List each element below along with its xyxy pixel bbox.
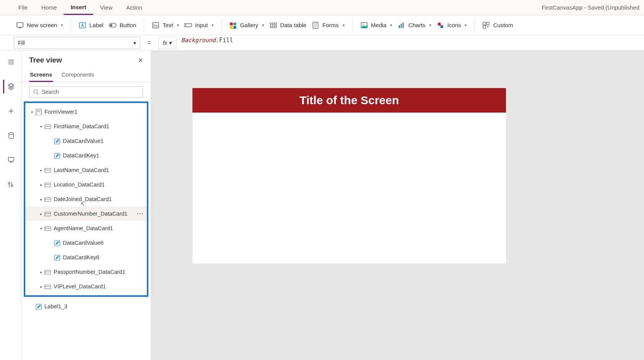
label-button[interactable]: Label (79, 21, 104, 29)
tree-node-datejoined-datacard[interactable]: ▸ DateJoined_DataCard1 ↖ (25, 192, 147, 206)
icons-label: Icons (447, 22, 461, 28)
chevron-down-icon: ▾ (133, 40, 136, 46)
data-table-button[interactable]: Data table (269, 21, 306, 29)
caret-down-icon: ▾ (38, 226, 44, 231)
tree-node-agentname-datacard[interactable]: ▾ AgentName_DataCard1 (25, 221, 147, 236)
tree-node-lastname-datacard[interactable]: ▸ LastName_DataCard1 (25, 163, 147, 177)
tree-node-datacardvalue1[interactable]: DataCardValue1 (25, 134, 147, 148)
rail-hamburger[interactable] (3, 55, 18, 69)
equals-sign: = (140, 39, 158, 47)
edit-icon (53, 152, 61, 159)
forms-button[interactable]: Forms ▾ (312, 21, 345, 29)
rail-insert[interactable] (3, 104, 18, 118)
tab-components[interactable]: Components (61, 69, 95, 82)
new-screen-label: New screen (27, 22, 57, 28)
tab-screens[interactable]: Screens (29, 69, 53, 82)
label-text: Label (89, 22, 104, 28)
text-label: Text (163, 22, 173, 28)
gallery-icon (229, 21, 237, 29)
edit-icon (53, 239, 61, 246)
menu-view[interactable]: View (93, 0, 119, 15)
data-table-icon (269, 21, 277, 29)
ribbon-divider (221, 18, 222, 32)
menu-insert[interactable]: Insert (64, 0, 93, 15)
search-icon (33, 88, 39, 95)
menu-home[interactable]: Home (34, 0, 64, 15)
tree-node-firstname-datacard[interactable]: ▾ FirstName_DataCard1 (25, 119, 147, 134)
rail-tree-view[interactable] (3, 80, 18, 93)
card-icon (44, 123, 51, 130)
rail-advanced[interactable] (3, 178, 18, 191)
gallery-label: Gallery (240, 22, 258, 28)
input-button[interactable]: Input ▾ (184, 21, 214, 29)
card-icon (44, 167, 51, 173)
caret-right-icon: ▸ (38, 270, 44, 274)
ribbon-divider (474, 18, 475, 32)
chevron-down-icon: ▾ (262, 23, 264, 27)
app-title: FirstCanvasApp - Saved (Unpublished (542, 4, 641, 11)
tree-node-datacardkey1[interactable]: DataCardKey1 (25, 148, 147, 163)
node-label: Label1_3 (44, 303, 67, 309)
node-label: LastName_DataCard1 (54, 167, 109, 173)
text-icon (152, 21, 159, 29)
tree-node-datacardvalue6[interactable]: DataCardValue6 (25, 236, 147, 250)
formula-input[interactable]: Background.Fill (177, 37, 644, 49)
ribbon-divider (71, 18, 71, 32)
search-input[interactable]: Search (29, 86, 143, 98)
search-placeholder: Search (42, 89, 59, 95)
tree-node-formviewer1[interactable]: ▾ FormViewer1 (25, 105, 147, 119)
rail-media[interactable] (3, 153, 18, 167)
tree-body: ▾ FormViewer1 ▾ FirstName_DataCard1 Data… (21, 101, 151, 360)
icons-button[interactable]: Icons ▾ (437, 21, 467, 29)
screen-title-bar[interactable]: Title of the Screen (192, 88, 506, 113)
insert-ribbon: New screen ▾ Label Button Text ▾ Input ▾ (0, 15, 644, 35)
gallery-button[interactable]: Gallery ▾ (229, 21, 264, 29)
forms-label: Forms (322, 22, 339, 28)
tree-view-panel: Tree view ✕ Screens Components Search ▾ … (21, 51, 151, 360)
custom-label: Custom (493, 22, 513, 28)
caret-right-icon: ▸ (38, 197, 44, 201)
tree-node-location-datacard[interactable]: ▸ Location_DataCard1 (25, 177, 147, 192)
charts-button[interactable]: Charts ▾ (398, 21, 431, 29)
fx-button[interactable]: fx ▾ (158, 37, 177, 49)
more-icon[interactable]: ··· (137, 211, 144, 217)
custom-icon (482, 21, 490, 29)
tree-node-datacardkey6[interactable]: DataCardKey6 (25, 250, 147, 265)
card-icon (44, 268, 51, 275)
node-label: AgentName_DataCard1 (54, 225, 113, 231)
menu-file[interactable]: File (12, 0, 34, 15)
screen-surface[interactable]: Title of the Screen (192, 88, 506, 263)
caret-down-icon: ▾ (38, 124, 44, 129)
chevron-down-icon: ▾ (169, 39, 172, 46)
tree-node-customernumber-datacard[interactable]: ▸ CustomerNumber_DataCard1 ··· (25, 206, 147, 221)
menu-action[interactable]: Action (119, 0, 149, 15)
node-label: Location_DataCard1 (54, 182, 105, 188)
custom-button[interactable]: Custom (482, 21, 513, 29)
tree-node-passport-datacard[interactable]: ▸ PassportNumber_DataCard1 (25, 265, 147, 279)
edit-icon (34, 303, 42, 310)
new-screen-button[interactable]: New screen ▾ (16, 21, 63, 29)
screen-icon (16, 21, 24, 29)
node-label: VIPLevel_DataCard1 (54, 283, 106, 290)
card-icon (44, 196, 51, 203)
node-label: DateJoined_DataCard1 (54, 196, 112, 202)
charts-icon (398, 21, 405, 29)
formula-bar: Fill ▾ = fx ▾ Background.Fill (0, 35, 644, 51)
tree-node-vip-datacard[interactable]: ▸ VIPLevel_DataCard1 (25, 279, 147, 294)
chevron-down-icon: ▾ (212, 23, 214, 27)
tree-node-label1-3[interactable]: Label1_3 (22, 299, 150, 314)
canvas-area[interactable]: Title of the Screen (151, 51, 644, 360)
button-button[interactable]: Button (109, 21, 136, 29)
media-button[interactable]: Media ▾ (360, 21, 393, 29)
node-label: DataCardKey1 (63, 152, 99, 159)
fx-label: fx (163, 39, 168, 46)
menu-bar: File Home Insert View Action FirstCanvas… (0, 0, 644, 15)
caret-down-icon: ▾ (29, 110, 34, 114)
property-select[interactable]: Fill ▾ (14, 37, 140, 49)
caret-right-icon: ▸ (38, 212, 44, 216)
rail-data[interactable] (3, 129, 18, 142)
text-button[interactable]: Text ▾ (152, 21, 179, 29)
close-icon[interactable]: ✕ (138, 57, 143, 64)
tree-title: Tree view (29, 56, 62, 64)
node-label: DataCardValue1 (63, 138, 104, 144)
